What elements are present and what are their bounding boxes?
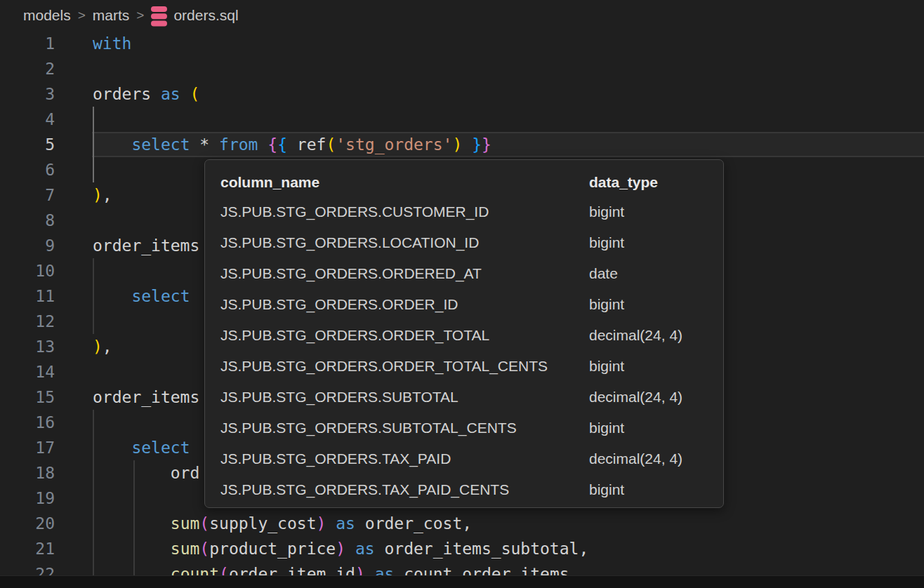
line-number: 15	[0, 385, 55, 410]
code-line-active[interactable]: 5 select * from {{ ref('stg_orders') }}	[0, 132, 924, 157]
code-text: select * from {{ ref('stg_orders') }}	[93, 132, 491, 157]
code-text: with	[93, 31, 131, 56]
data-type-cell: bigint	[589, 234, 624, 251]
line-number: 2	[0, 56, 55, 81]
line-number: 4	[0, 107, 55, 132]
code-line[interactable]: 2	[0, 56, 924, 81]
line-number: 3	[0, 81, 55, 107]
column-row: JS.PUB.STG_ORDERS.ORDERED_AT date	[220, 258, 723, 289]
column-row: JS.PUB.STG_ORDERS.ORDER_TOTAL decimal(24…	[220, 320, 723, 351]
breadcrumb-item-file[interactable]: orders.sql	[173, 7, 238, 24]
line-number: 6	[0, 157, 55, 182]
column-row: JS.PUB.STG_ORDERS.ORDER_TOTAL_CENTS bigi…	[220, 351, 723, 382]
line-number: 18	[0, 460, 55, 486]
line-number: 11	[0, 283, 55, 309]
data-type-cell: decimal(24, 4)	[589, 327, 682, 344]
data-type-cell: date	[589, 265, 618, 282]
line-number: 17	[0, 435, 55, 460]
code-line[interactable]: 21 sum(product_price) as order_items_sub…	[0, 536, 924, 561]
column-name-cell: JS.PUB.STG_ORDERS.TAX_PAID_CENTS	[220, 481, 589, 498]
breadcrumb-separator: >	[136, 8, 144, 23]
code-text: ord	[93, 460, 199, 486]
code-line[interactable]: 20 sum(supply_cost) as order_cost,	[0, 511, 924, 536]
code-text: sum(supply_cost) as order_cost,	[93, 511, 472, 536]
column-name-header: column_name	[220, 174, 589, 191]
column-name-cell: JS.PUB.STG_ORDERS.CUSTOMER_ID	[220, 203, 589, 220]
column-name-cell: JS.PUB.STG_ORDERS.LOCATION_ID	[220, 234, 589, 251]
breadcrumb-item-models[interactable]: models	[23, 7, 71, 24]
column-name-cell: JS.PUB.STG_ORDERS.ORDER_TOTAL	[220, 327, 589, 344]
line-number: 1	[0, 31, 55, 56]
line-number: 10	[0, 258, 55, 283]
line-number: 12	[0, 309, 55, 334]
column-name-cell: JS.PUB.STG_ORDERS.ORDER_TOTAL_CENTS	[220, 358, 589, 375]
breadcrumb-item-marts[interactable]: marts	[93, 7, 130, 24]
line-number: 21	[0, 536, 55, 561]
editor-window: models > marts > orders.sql 1 with 2 3 o…	[0, 0, 924, 588]
code-line[interactable]: 4	[0, 107, 924, 132]
column-name-cell: JS.PUB.STG_ORDERS.TAX_PAID	[220, 450, 589, 467]
column-info-tooltip: column_name data_type JS.PUB.STG_ORDERS.…	[204, 159, 724, 508]
bottom-panel-edge	[0, 575, 924, 588]
code-text: ),	[93, 182, 112, 208]
code-text: select	[93, 283, 190, 309]
data-type-cell: decimal(24, 4)	[589, 450, 682, 467]
line-number: 20	[0, 511, 55, 536]
column-row: JS.PUB.STG_ORDERS.ORDER_ID bigint	[220, 289, 723, 320]
code-text: ),	[93, 334, 112, 359]
column-name-cell: JS.PUB.STG_ORDERS.SUBTOTAL	[220, 389, 589, 406]
column-name-cell: JS.PUB.STG_ORDERS.ORDER_ID	[220, 296, 589, 313]
data-type-cell: bigint	[589, 203, 624, 220]
line-number: 14	[0, 359, 55, 385]
data-type-cell: bigint	[589, 296, 624, 313]
line-number: 8	[0, 208, 55, 233]
column-row: JS.PUB.STG_ORDERS.LOCATION_ID bigint	[220, 227, 723, 258]
code-text: sum(product_price) as order_items_subtot…	[93, 536, 588, 561]
line-number: 7	[0, 182, 55, 208]
column-row: JS.PUB.STG_ORDERS.TAX_PAID decimal(24, 4…	[220, 443, 723, 474]
code-text: order_items	[93, 385, 199, 410]
code-text: select	[93, 435, 190, 460]
breadcrumb: models > marts > orders.sql	[0, 0, 924, 31]
column-name-cell: JS.PUB.STG_ORDERS.SUBTOTAL_CENTS	[220, 420, 589, 436]
data-type-cell: decimal(24, 4)	[589, 389, 682, 406]
tooltip-header-row: column_name data_type	[220, 168, 723, 196]
column-row: JS.PUB.STG_ORDERS.SUBTOTAL decimal(24, 4…	[220, 382, 723, 413]
data-type-cell: bigint	[589, 358, 624, 375]
line-number: 5	[0, 132, 55, 157]
data-type-cell: bigint	[589, 420, 624, 436]
code-line[interactable]: 1 with	[0, 31, 924, 56]
column-row: JS.PUB.STG_ORDERS.TAX_PAID_CENTS bigint	[220, 474, 723, 505]
column-row: JS.PUB.STG_ORDERS.SUBTOTAL_CENTS bigint	[220, 413, 723, 443]
column-row: JS.PUB.STG_ORDERS.CUSTOMER_ID bigint	[220, 196, 723, 227]
line-number: 13	[0, 334, 55, 359]
code-line[interactable]: 3 orders as (	[0, 81, 924, 107]
line-number: 9	[0, 233, 55, 258]
code-text: order_items	[93, 233, 199, 258]
data-type-cell: bigint	[589, 481, 624, 498]
code-text: orders as (	[93, 81, 199, 107]
breadcrumb-separator: >	[78, 8, 86, 23]
data-type-header: data_type	[589, 174, 658, 191]
line-number: 16	[0, 410, 55, 435]
line-number: 19	[0, 486, 55, 511]
database-icon	[151, 6, 167, 27]
column-name-cell: JS.PUB.STG_ORDERS.ORDERED_AT	[220, 265, 589, 282]
